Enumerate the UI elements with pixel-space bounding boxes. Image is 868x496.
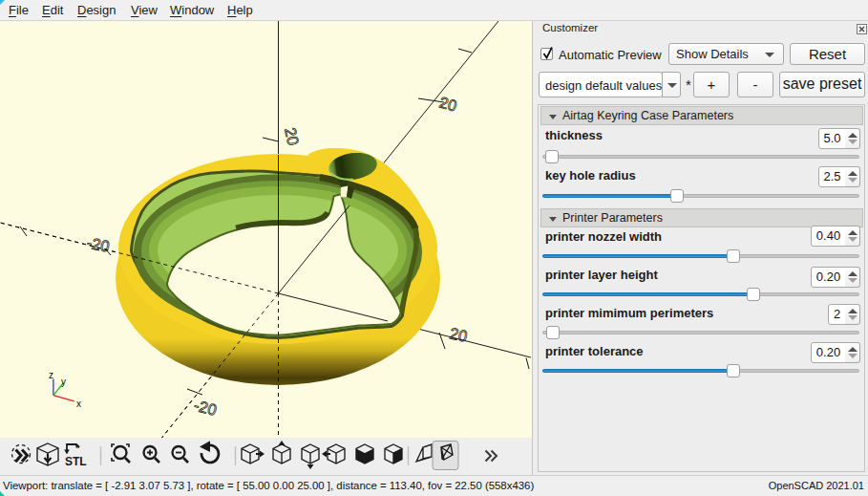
- svg-text:STL: STL: [65, 455, 87, 468]
- svg-text:-20: -20: [85, 233, 111, 255]
- svg-text:20: 20: [448, 324, 469, 344]
- svg-text:-20: -20: [192, 397, 219, 420]
- svg-text:x: x: [76, 399, 81, 409]
- svg-text:20: 20: [282, 126, 302, 147]
- svg-text:z: z: [49, 370, 53, 380]
- svg-text:20: 20: [437, 94, 458, 115]
- svg-text:y: y: [61, 377, 66, 387]
